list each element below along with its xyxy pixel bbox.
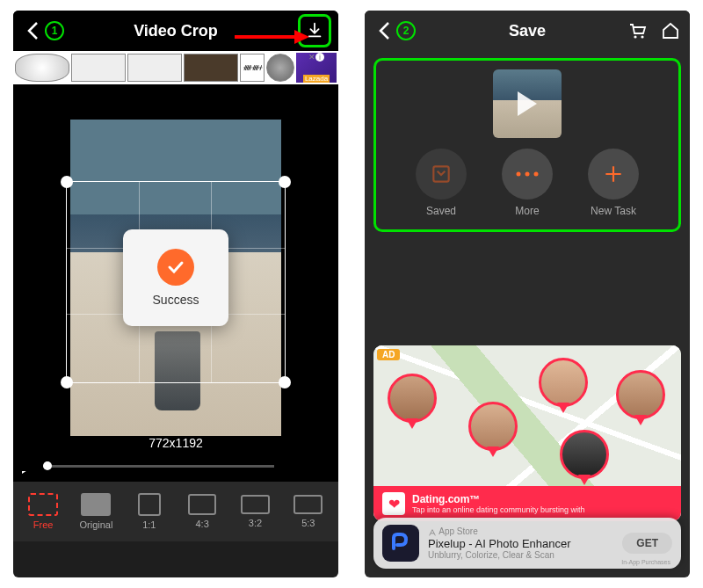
- avatar-pin: [468, 402, 518, 451]
- avatar-pin: [388, 374, 437, 423]
- avatar-pin: [539, 358, 588, 407]
- step-badge-1: 1: [45, 21, 64, 40]
- svg-point-7: [534, 172, 539, 177]
- ad-subtitle: Tap into an online dating community burs…: [412, 505, 585, 514]
- heart-icon: ❤: [382, 492, 405, 515]
- success-check-icon: [157, 249, 194, 286]
- aspect-4-3[interactable]: 4:3: [178, 494, 226, 529]
- app-title: Pixelup - AI Photo Enhancer: [428, 537, 613, 550]
- success-toast: Success: [123, 229, 228, 326]
- filter-thumb[interactable]: [184, 54, 238, 82]
- scrubber[interactable]: [43, 465, 274, 468]
- aspect-1-1[interactable]: 1:1: [126, 493, 173, 530]
- cart-icon: [627, 20, 648, 41]
- crop-handle-bl[interactable]: [61, 376, 73, 388]
- filter-thumb[interactable]: ᚏᚎᚋ: [240, 54, 265, 82]
- aspect-ratio-bar: Free Original 1:1 4:3 3:2 5:3: [13, 482, 338, 541]
- appstore-label: App Store: [428, 526, 613, 536]
- aspect-original[interactable]: Original: [72, 493, 120, 530]
- save-panel: Saved More New Task: [373, 58, 681, 232]
- svg-point-6: [525, 172, 530, 177]
- success-label: Success: [153, 293, 199, 307]
- home-icon: [660, 20, 681, 41]
- iap-label: In-App Purchases: [621, 559, 670, 565]
- ad-footer: ❤ Dating.com™ Tap into an online dating …: [373, 486, 681, 521]
- aspect-3-2[interactable]: 3:2: [231, 495, 279, 528]
- home-button[interactable]: [658, 18, 683, 43]
- more-icon: [514, 170, 540, 178]
- get-button[interactable]: GET: [622, 533, 672, 554]
- plus-icon: [602, 163, 625, 185]
- saved-icon: [430, 163, 453, 185]
- crop-handle-tl[interactable]: [61, 176, 73, 188]
- cart-button[interactable]: [625, 18, 649, 43]
- play-icon: [518, 91, 537, 116]
- ad-close-icon[interactable]: ✕: [308, 53, 315, 62]
- avatar-pin: [560, 430, 609, 479]
- filter-thumb[interactable]: [127, 54, 182, 82]
- pixelup-logo-icon: [388, 531, 413, 555]
- back-button[interactable]: [20, 18, 45, 43]
- annotation-arrow: [235, 28, 309, 46]
- crop-stage: Success: [13, 84, 338, 471]
- app-text: App Store Pixelup - AI Photo Enhancer Un…: [428, 526, 613, 559]
- header: 2 Save: [365, 11, 690, 51]
- lazada-ad[interactable]: ✕ i Lazada: [296, 53, 337, 83]
- video-frame: Success: [70, 120, 281, 436]
- appstore-popup[interactable]: App Store Pixelup - AI Photo Enhancer Un…: [373, 518, 681, 569]
- svg-point-2: [634, 35, 636, 38]
- map-ad-card[interactable]: AD ❤ Dating.com™ Tap into an online dati…: [373, 345, 681, 521]
- crop-handle-br[interactable]: [279, 376, 291, 388]
- video-thumbnail[interactable]: [493, 69, 562, 138]
- crop-handle-tr[interactable]: [279, 176, 291, 188]
- screen-save: 2 Save: [365, 11, 690, 577]
- back-button[interactable]: [372, 18, 396, 43]
- scrubber-thumb[interactable]: [43, 461, 52, 470]
- filter-thumb[interactable]: [266, 54, 294, 82]
- crop-dimensions: 772x1192: [13, 436, 338, 450]
- saved-button[interactable]: Saved: [416, 149, 467, 217]
- ad-badge: AD: [377, 349, 400, 360]
- more-button[interactable]: More: [502, 149, 553, 217]
- step-badge-2: 2: [396, 21, 416, 40]
- new-task-button[interactable]: New Task: [588, 149, 639, 217]
- action-row: Saved More New Task: [416, 149, 639, 217]
- filter-strip-ad[interactable]: ᚏᚎᚋ ✕ i Lazada: [13, 51, 338, 84]
- ad-brand: Lazada: [303, 75, 330, 83]
- app-icon: [382, 525, 419, 562]
- aspect-5-3[interactable]: 5:3: [285, 495, 332, 528]
- aspect-free[interactable]: Free: [19, 493, 67, 530]
- filter-thumb[interactable]: [71, 54, 126, 82]
- svg-point-3: [641, 35, 643, 38]
- app-subtitle: Unblurry, Colorize, Clear & Scan: [428, 550, 613, 560]
- svg-marker-1: [294, 30, 309, 44]
- screen-video-crop: 1 Video Crop ᚏᚎᚋ ✕ i Lazada: [13, 11, 338, 577]
- svg-point-5: [517, 172, 521, 177]
- ad-info-icon[interactable]: i: [315, 53, 324, 62]
- avatar-pin: [616, 370, 665, 419]
- ad-title: Dating.com™: [412, 493, 585, 505]
- filter-thumb[interactable]: [15, 54, 69, 82]
